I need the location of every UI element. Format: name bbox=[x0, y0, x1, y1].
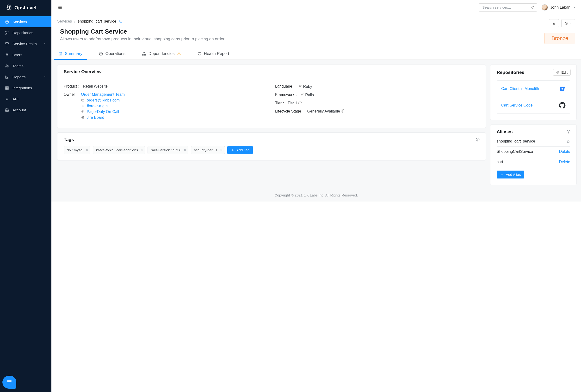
search-input[interactable] bbox=[479, 3, 537, 11]
globe-icon bbox=[81, 116, 85, 119]
svg-point-11 bbox=[6, 110, 8, 111]
sidebar-item-integrations[interactable]: Integrations bbox=[0, 83, 52, 94]
owner-jira-link[interactable]: Jira Board bbox=[87, 115, 104, 120]
body-grid: Service Overview Product Retail Website bbox=[52, 60, 581, 187]
gear-icon bbox=[564, 21, 568, 25]
info-icon[interactable] bbox=[566, 130, 571, 134]
tag-chip: security-tier : 1✕ bbox=[191, 146, 225, 154]
tab-operations[interactable]: Operations bbox=[98, 49, 126, 59]
settings-dropdown-button[interactable] bbox=[561, 19, 575, 27]
owner-slack-link[interactable]: #order-mgmt bbox=[87, 104, 109, 108]
sidebar-item-label: Service Health bbox=[12, 42, 37, 46]
button-label: Add Tag bbox=[236, 148, 250, 152]
export-button[interactable] bbox=[549, 19, 559, 27]
field-value: Rails bbox=[305, 93, 314, 97]
alias-list: shopping_cart_service ShoppingCartServic… bbox=[497, 138, 570, 167]
tab-summary[interactable]: Summary bbox=[57, 49, 84, 59]
rails-icon bbox=[300, 93, 304, 96]
overview-lifecycle: Lifecycle Stage Generally Availablei bbox=[275, 107, 479, 115]
sidebar-item-reports[interactable]: Reports bbox=[0, 71, 52, 83]
heart-icon bbox=[197, 52, 202, 56]
info-icon[interactable] bbox=[476, 138, 480, 142]
dependency-icon bbox=[142, 52, 146, 56]
alias-delete-link[interactable]: Delete bbox=[559, 160, 570, 164]
edit-repos-button[interactable]: Edit bbox=[553, 69, 571, 76]
bitbucket-icon bbox=[559, 85, 566, 92]
owner-pagerduty-link[interactable]: PagerDuty On-Call bbox=[87, 110, 119, 114]
repo-link[interactable]: Cart Service Code bbox=[501, 103, 533, 107]
svg-rect-24 bbox=[82, 106, 82, 106]
sidebar-item-services[interactable]: Services bbox=[0, 16, 52, 27]
sidebar-item-teams[interactable]: Teams bbox=[0, 60, 52, 71]
alias-row: ShoppingCartService Delete bbox=[497, 147, 570, 157]
header-actions bbox=[549, 19, 575, 27]
repo-link[interactable]: Cart Client in Monolith bbox=[501, 87, 539, 91]
gear-outline-icon bbox=[5, 97, 9, 101]
sidebar-item-users[interactable]: Users bbox=[0, 49, 52, 60]
opslevel-logo-icon bbox=[5, 4, 12, 11]
breadcrumb-root[interactable]: Services bbox=[57, 19, 72, 23]
sidebar-collapse-button[interactable] bbox=[57, 4, 63, 10]
tag-text: db : mysql bbox=[67, 148, 83, 152]
sidebar-item-label: Reports bbox=[12, 75, 26, 79]
alias-delete-link[interactable]: Delete bbox=[559, 150, 570, 154]
svg-rect-8 bbox=[6, 89, 7, 90]
svg-rect-26 bbox=[83, 105, 83, 106]
sidebar-item-service-health[interactable]: Service Health bbox=[0, 38, 52, 49]
copy-icon[interactable] bbox=[119, 19, 122, 23]
svg-point-31 bbox=[557, 72, 558, 73]
tag-text: rails-version : 5.2.6 bbox=[151, 148, 181, 152]
info-icon[interactable]: i bbox=[341, 109, 344, 113]
overview-framework: Framework Rails bbox=[275, 91, 479, 99]
card-title: Repositories bbox=[497, 70, 524, 75]
sidebar-item-label: Repositories bbox=[12, 31, 33, 35]
svg-point-3 bbox=[6, 53, 8, 55]
tag-remove-icon[interactable]: ✕ bbox=[220, 148, 223, 152]
sidebar-item-api[interactable]: API bbox=[0, 94, 52, 105]
tag-text: kafka-topic : cart-additions bbox=[96, 148, 138, 152]
user-menu[interactable]: John Laban bbox=[541, 3, 577, 11]
gauge-icon bbox=[99, 52, 103, 56]
card-title: Aliases bbox=[497, 129, 513, 134]
add-tag-button[interactable]: ＋Add Tag bbox=[227, 146, 253, 154]
cube-icon bbox=[5, 20, 9, 24]
globe-icon bbox=[81, 110, 85, 114]
svg-rect-9 bbox=[8, 89, 9, 90]
tag-remove-icon[interactable]: ✕ bbox=[184, 148, 186, 152]
owner-email-link[interactable]: orders@jklabs.com bbox=[87, 98, 120, 102]
grid-icon bbox=[5, 86, 9, 90]
card-title: Service Overview bbox=[64, 69, 102, 74]
sidebar-item-label: API bbox=[12, 97, 18, 101]
tag-remove-icon[interactable]: ✕ bbox=[86, 148, 88, 152]
tab-dependencies[interactable]: Dependencies bbox=[141, 49, 182, 59]
svg-point-1 bbox=[6, 34, 6, 34]
svg-rect-25 bbox=[84, 106, 84, 106]
gear-icon bbox=[5, 108, 9, 112]
team-icon bbox=[5, 64, 9, 68]
info-icon[interactable]: i bbox=[298, 101, 302, 104]
field-label: Language bbox=[275, 84, 295, 89]
field-label: Owner bbox=[64, 92, 78, 97]
chevron-down-icon bbox=[44, 76, 46, 78]
user-icon bbox=[5, 53, 9, 57]
chevron-down-icon bbox=[573, 6, 576, 9]
sidebar-item-repositories[interactable]: Repositories bbox=[0, 27, 52, 38]
field-value: Tier 1 bbox=[288, 101, 297, 105]
search-box bbox=[479, 3, 537, 11]
sidebar-item-account[interactable]: Account bbox=[0, 105, 52, 116]
tab-health-report[interactable]: Health Report bbox=[196, 49, 230, 59]
tag-remove-icon[interactable]: ✕ bbox=[140, 148, 143, 152]
chevron-down-icon bbox=[570, 22, 572, 24]
svg-point-22 bbox=[179, 54, 179, 55]
brand-logo[interactable]: OpsLevel bbox=[0, 0, 52, 15]
add-alias-button[interactable]: ＋Add Alias bbox=[497, 171, 524, 179]
chat-launcher[interactable] bbox=[2, 376, 16, 389]
overview-owner: Owner Order Management Team orders@jklab… bbox=[64, 90, 268, 122]
search-icon[interactable] bbox=[531, 5, 535, 9]
page-header: Services / shopping_cart_service bbox=[52, 15, 581, 44]
svg-rect-21 bbox=[144, 54, 146, 55]
svg-rect-7 bbox=[8, 87, 9, 88]
user-name: John Laban bbox=[550, 5, 570, 9]
owner-team-link[interactable]: Order Management Team bbox=[81, 92, 125, 97]
tag-text: security-tier : 1 bbox=[194, 148, 218, 152]
